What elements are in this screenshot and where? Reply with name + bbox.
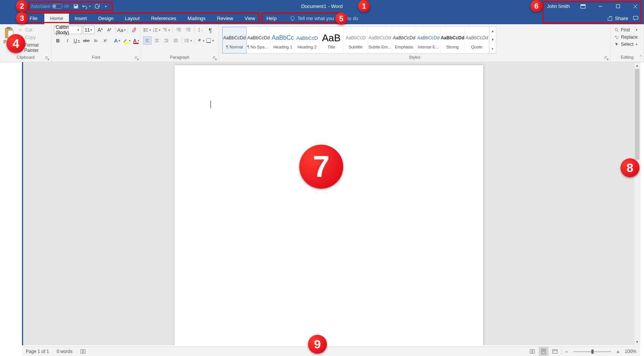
autosave-toggle[interactable]: AutoSave Off xyxy=(28,4,71,9)
decrease-indent-button[interactable] xyxy=(175,26,183,34)
undo-button[interactable]: ▼ xyxy=(81,0,92,12)
annotation-5: 5 xyxy=(335,12,347,25)
strikethrough-button[interactable]: abc xyxy=(82,36,91,45)
page-status[interactable]: Page 1 of 1 xyxy=(22,349,53,354)
scroll-down-button[interactable]: ▼ xyxy=(635,339,640,345)
zoom-in-button[interactable]: + xyxy=(615,349,621,354)
tab-mailings[interactable]: Mailings xyxy=(182,12,211,24)
style-subtle-em---[interactable]: AaBbCcDdSubtle Em... xyxy=(368,27,392,53)
maximize-button[interactable] xyxy=(609,0,627,12)
style-intense-e---[interactable]: AaBbCcDdIntense E... xyxy=(416,27,441,53)
tab-view[interactable]: View xyxy=(239,12,261,24)
word-count[interactable]: 0 words xyxy=(53,349,76,354)
read-mode-button[interactable] xyxy=(527,347,537,356)
customize-qat-button[interactable]: ▾ xyxy=(103,0,109,12)
multilevel-list-button[interactable]: ▼ xyxy=(162,26,170,34)
minimize-button[interactable] xyxy=(592,0,609,12)
ribbon-options-icon xyxy=(580,4,586,9)
style-emphasis[interactable]: AaBbCcDdEmphasis xyxy=(392,27,416,53)
styles-up[interactable]: ▲ xyxy=(489,27,496,36)
font-name-combo[interactable]: Calibri (Body)▼ xyxy=(54,26,82,34)
document-area[interactable] xyxy=(22,62,634,345)
align-right-button[interactable] xyxy=(162,36,170,45)
share-button[interactable]: Share xyxy=(607,16,628,21)
save-button[interactable] xyxy=(71,0,81,12)
show-hide-button[interactable]: ¶ xyxy=(206,26,214,34)
spell-check-button[interactable] xyxy=(76,349,90,354)
select-button[interactable]: Select▼ xyxy=(613,42,639,47)
font-size-combo[interactable]: 11▼ xyxy=(83,26,95,34)
change-case-button[interactable]: Aa▼ xyxy=(117,26,126,34)
chevron-down-icon: ▾ xyxy=(105,5,107,8)
cut-button[interactable]: Cut xyxy=(18,27,49,33)
shading-button[interactable]: ▼ xyxy=(197,36,205,45)
underline-button[interactable]: U▼ xyxy=(73,36,81,45)
close-button[interactable] xyxy=(627,0,644,12)
bold-button[interactable]: B xyxy=(54,36,62,45)
clear-formatting-button[interactable]: A xyxy=(130,26,138,34)
highlight-button[interactable]: ▼ xyxy=(123,36,131,45)
font-launcher[interactable] xyxy=(134,56,139,61)
line-spacing-button[interactable]: ▼ xyxy=(184,36,192,45)
scroll-thumb[interactable] xyxy=(635,69,639,160)
print-layout-button[interactable] xyxy=(539,347,549,356)
minimize-icon xyxy=(598,4,603,9)
paragraph-launcher[interactable] xyxy=(212,56,217,61)
font-color-button[interactable]: A▼ xyxy=(132,36,141,45)
page[interactable] xyxy=(174,65,483,345)
style---normal[interactable]: AaBbCcDd¶ Normal xyxy=(222,27,247,53)
text-effects-button[interactable]: A▼ xyxy=(113,36,122,45)
align-center-button[interactable] xyxy=(153,36,161,45)
ribbon-display-options-button[interactable] xyxy=(574,0,592,12)
zoom-slider[interactable] xyxy=(573,351,611,352)
grow-font-button[interactable]: A▴ xyxy=(96,26,104,34)
style-quote[interactable]: AaBbCcDdQuote xyxy=(465,27,489,53)
increase-indent-button[interactable] xyxy=(184,26,192,34)
zoom-level[interactable]: 100% xyxy=(625,349,636,354)
user-name[interactable]: John Smith xyxy=(542,4,574,9)
find-button[interactable]: Find▼ xyxy=(613,27,639,33)
svg-point-16 xyxy=(144,31,145,32)
tab-review[interactable]: Review xyxy=(211,12,239,24)
tell-me-search[interactable]: Tell me what you want to do xyxy=(290,12,358,24)
collapse-ribbon-button[interactable]: ˄ xyxy=(639,55,642,60)
tab-insert[interactable]: Insert xyxy=(69,12,93,24)
clipboard-launcher[interactable] xyxy=(45,56,50,61)
shrink-font-button[interactable]: A▾ xyxy=(105,26,114,34)
superscript-button[interactable]: x xyxy=(101,36,109,45)
justify-button[interactable] xyxy=(172,36,180,45)
sort-button[interactable]: AZ xyxy=(197,26,205,34)
tab-layout[interactable]: Layout xyxy=(119,12,145,24)
styles-more[interactable]: ▾ xyxy=(489,45,496,53)
web-layout-button[interactable] xyxy=(550,347,560,356)
chevron-down-icon: ▼ xyxy=(77,28,80,32)
pilcrow-icon: ¶ xyxy=(209,27,212,33)
redo-button[interactable] xyxy=(92,0,103,12)
style---no-spac---[interactable]: AaBbCcDd¶ No Spac... xyxy=(247,27,271,53)
tab-references[interactable]: References xyxy=(145,12,182,24)
tab-help[interactable]: Help xyxy=(261,12,282,24)
tab-design[interactable]: Design xyxy=(92,12,119,24)
styles-down[interactable]: ▼ xyxy=(489,36,496,44)
style-title[interactable]: AaBTitle xyxy=(319,27,344,53)
scroll-up-button[interactable]: ▲ xyxy=(635,62,640,69)
borders-button[interactable]: ▼ xyxy=(206,36,214,45)
style-subtitle[interactable]: AaBbCcDSubtitle xyxy=(344,27,368,53)
styles-launcher[interactable] xyxy=(604,56,609,61)
subscript-button[interactable]: x xyxy=(92,36,100,45)
style-heading-1[interactable]: AaBbCcHeading 1 xyxy=(271,27,295,53)
bullets-button[interactable]: ▼ xyxy=(143,26,152,34)
numbering-button[interactable]: 123▼ xyxy=(153,26,161,34)
comments-button[interactable] xyxy=(633,16,639,22)
italic-button[interactable]: I xyxy=(63,36,72,45)
tab-home[interactable]: Home xyxy=(44,12,69,24)
style-strong[interactable]: AaBbCcDdStrong xyxy=(441,27,465,53)
style-heading-2[interactable]: AaBbCcDHeading 2 xyxy=(295,27,319,53)
chevron-down-icon: ▼ xyxy=(212,39,214,42)
zoom-thumb[interactable] xyxy=(591,350,594,354)
zoom-out-button[interactable]: − xyxy=(563,349,569,354)
comment-icon xyxy=(633,16,639,22)
replace-button[interactable]: abac Replace xyxy=(613,34,639,40)
align-left-button[interactable] xyxy=(143,36,152,45)
vertical-scrollbar[interactable]: ▲ ▼ xyxy=(634,62,640,345)
